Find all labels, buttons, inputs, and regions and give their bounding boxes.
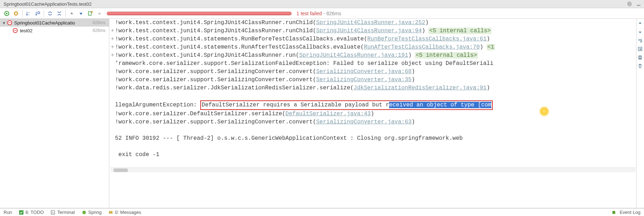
svg-point-14 (82, 211, 86, 214)
stack-line: !work.core.serializer.support.Serializin… (111, 118, 635, 126)
source-link[interactable]: SpringJUnit4ClassRunner.java:191 (299, 52, 408, 59)
bottom-toolbar: Run 6: TODO Terminal Spring 0: Messages … (0, 208, 644, 216)
internal-calls-badge: <5 internal calls> (429, 28, 491, 34)
stack-line: +!work.test.context.junit4.statements.Ru… (111, 35, 635, 43)
window-title: Springboot01CacheApplicationTests.test02 (4, 1, 623, 7)
svg-text:z: z (28, 13, 29, 16)
fail-icon (7, 20, 12, 25)
toolbar-separator (65, 10, 66, 17)
source-link[interactable]: RunAfterTestClassCallbacks.java:70 (364, 44, 480, 50)
tab-run[interactable]: Run (0, 209, 16, 216)
rerun-button[interactable] (2, 9, 11, 18)
tree-root-label: Springboot01CacheApplicatio (14, 20, 75, 26)
export-button[interactable] (86, 9, 95, 18)
scroll-end-icon[interactable] (638, 46, 643, 52)
source-link[interactable]: SpringJUnit4ClassRunner.java:94 (316, 28, 422, 34)
tree-root-row[interactable]: ▾ Springboot01CacheApplicatio 826ms (0, 19, 109, 27)
event-log-indicator (612, 211, 615, 214)
source-link[interactable]: SerializingConverter.java:68 (316, 68, 412, 75)
minimize-icon[interactable] (635, 1, 642, 7)
source-link[interactable]: SerializingConverter.java:35 (316, 77, 412, 83)
console-output[interactable]: !work.test.context.junit4.SpringJUnit4Cl… (109, 19, 636, 208)
source-link[interactable]: JdkSerializationRedisSerializer.java:91 (354, 85, 486, 91)
internal-calls-badge: <1 (487, 44, 495, 50)
svg-rect-10 (639, 56, 641, 57)
tree-root-time: 826ms (93, 20, 107, 25)
tab-terminal[interactable]: Terminal (47, 209, 78, 216)
stack-line: !work.core.serializer.support.Serializin… (111, 68, 635, 76)
svg-point-6 (38, 12, 40, 14)
stack-line: !work.core.serializer.support.Serializin… (111, 76, 635, 84)
tree-child-time: 826ms (93, 28, 107, 33)
main-panel: ▾ Springboot01CacheApplicatio 826ms test… (0, 19, 644, 208)
up-icon[interactable] (638, 21, 643, 27)
gear-icon[interactable] (626, 1, 633, 7)
blank-line (111, 126, 635, 134)
down-icon[interactable] (638, 29, 643, 35)
prev-failed-button[interactable] (67, 9, 76, 18)
toolbar-separator (22, 10, 22, 17)
source-link[interactable]: DefaultSerializer.java:43 (285, 111, 371, 117)
tab-todo[interactable]: 6: TODO (16, 209, 48, 216)
highlighted-error: DefaultSerializer requires a Serializabl… (200, 100, 493, 110)
scroll-thumb[interactable] (114, 168, 128, 172)
internal-calls-badge: <5 internal calls> (415, 52, 478, 59)
svg-rect-13 (51, 211, 55, 214)
toggle-auto-button[interactable] (11, 9, 21, 18)
trash-icon[interactable] (638, 63, 643, 69)
more-button[interactable]: » (95, 9, 104, 18)
stack-line: !work.core.serializer.DefaultSerializer.… (111, 110, 635, 118)
source-link[interactable]: RunBeforeTestClassCallbacks.java:61 (367, 36, 487, 42)
stack-line: +!work.test.context.junit4.SpringJUnit4C… (111, 51, 635, 60)
sort-duration-button[interactable] (33, 9, 42, 18)
console-wrap: !work.test.context.junit4.SpringJUnit4Cl… (109, 19, 644, 208)
tree-child-row[interactable]: test02 826ms (0, 27, 109, 34)
collapse-all-button[interactable] (55, 9, 64, 18)
svg-point-0 (629, 3, 630, 5)
tab-spring[interactable]: Spring (78, 209, 105, 216)
selected-text: eceived an object of type [com (389, 102, 491, 108)
test-progress (107, 12, 291, 15)
stack-line: +!work.test.context.junit4.statements.Ru… (111, 43, 635, 51)
test-toolbar: az » 1 test failed - 826ms (0, 8, 644, 19)
stack-line: +!work.test.context.junit4.SpringJUnit4C… (111, 27, 635, 35)
svg-rect-7 (88, 12, 91, 15)
sort-alpha-button[interactable]: az (24, 9, 33, 18)
exit-code-line: exit code -1 (111, 151, 635, 159)
titlebar: Springboot01CacheApplicationTests.test02 (0, 0, 644, 8)
tree-child-label: test02 (20, 28, 32, 33)
blank-line (111, 92, 635, 100)
test-status-fail: 1 test failed (296, 11, 322, 16)
test-status-time: - 826ms (323, 11, 342, 16)
stack-line: 'ramework.core.serializer.support.Serial… (111, 60, 635, 68)
exception-line: llegalArgumentException: DefaultSerializ… (111, 100, 635, 110)
soft-wrap-icon[interactable] (638, 38, 643, 44)
source-link[interactable]: SerializingConverter.java:63 (316, 119, 412, 125)
svg-point-3 (15, 12, 17, 15)
stack-line: !work.test.context.junit4.SpringJUnit4Cl… (111, 19, 635, 27)
blank-line (111, 143, 635, 151)
expand-all-button[interactable] (45, 9, 55, 18)
tab-messages[interactable]: 0: Messages (105, 209, 145, 216)
next-failed-button[interactable] (76, 9, 86, 18)
horizontal-scrollbar[interactable] (111, 167, 635, 172)
console-gutter (636, 19, 644, 208)
test-tree-panel: ▾ Springboot01CacheApplicatio 826ms test… (0, 19, 109, 208)
chevron-down-icon[interactable]: ▾ (2, 20, 6, 26)
stack-line: !work.data.redis.serializer.JdkSerializa… (111, 84, 635, 92)
print-icon[interactable] (638, 55, 643, 61)
test-tree[interactable]: ▾ Springboot01CacheApplicatio 826ms test… (0, 19, 109, 208)
fail-icon (13, 28, 18, 33)
toolbar-separator (44, 10, 44, 17)
source-link[interactable]: SpringJUnit4ClassRunner.java:252 (316, 20, 425, 26)
log-line: 52 INFO 30192 --- [ Thread-2] o.s.w.c.s.… (111, 134, 635, 143)
progress-fill (107, 12, 291, 15)
tab-event-log[interactable]: Event Log (609, 209, 644, 216)
